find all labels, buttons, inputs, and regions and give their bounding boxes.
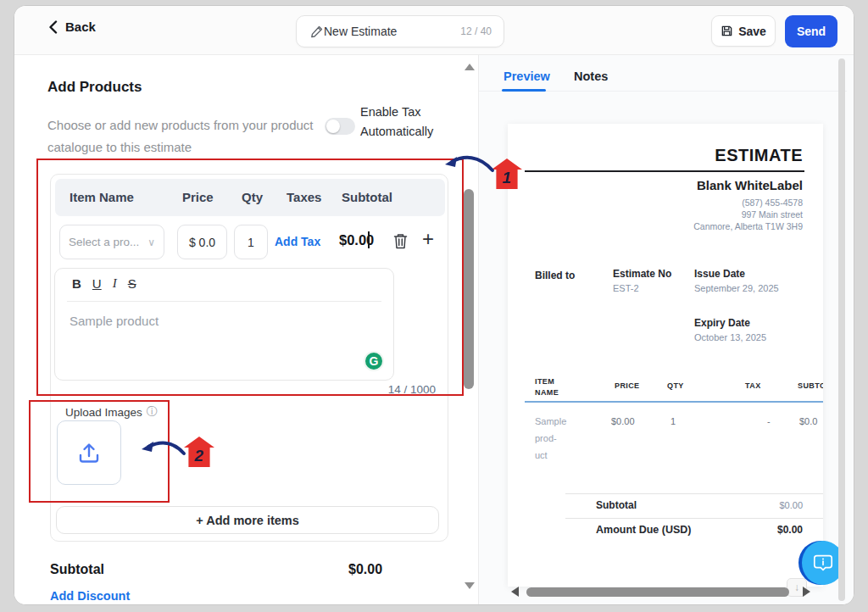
doc-item-name-line3: uct xyxy=(535,450,548,460)
tab-notes[interactable]: Notes xyxy=(574,70,608,83)
back-button[interactable]: Back xyxy=(48,19,96,34)
doc-header-rule xyxy=(525,401,823,403)
doc-subtotal-value: $0.00 xyxy=(762,500,803,510)
doc-divider xyxy=(565,518,823,519)
pencil-icon xyxy=(310,25,324,38)
expiry-date-label: Expiry Date xyxy=(694,317,750,329)
enable-tax-toggle[interactable] xyxy=(325,118,355,135)
save-icon xyxy=(721,25,733,37)
right-vertical-scrollbar[interactable] xyxy=(838,58,845,601)
issue-date-value: September 29, 2025 xyxy=(694,283,779,293)
doc-company-name: Blank WhiteLabel xyxy=(697,178,803,192)
vertical-scrollbar-thumb[interactable] xyxy=(464,189,474,389)
tab-preview[interactable]: Preview xyxy=(504,70,550,83)
doc-item-price: $0.00 xyxy=(611,416,635,426)
doc-item-subtotal: $0.0 xyxy=(799,416,817,426)
scroll-left-arrow[interactable] xyxy=(511,587,519,597)
active-tab-indicator xyxy=(502,89,546,92)
name-char-counter: 12 / 40 xyxy=(460,25,492,37)
issue-date-label: Issue Date xyxy=(694,268,745,280)
doc-item-name-line1: Sample xyxy=(535,416,566,426)
doc-col-qty: QTY xyxy=(667,381,684,390)
back-label: Back xyxy=(65,19,96,34)
doc-col-subtotal: SUBTO xyxy=(798,381,823,390)
enable-tax-label: Enable Tax Automatically xyxy=(360,103,459,142)
save-label: Save xyxy=(738,25,766,38)
estimate-no-value: EST-2 xyxy=(613,283,639,293)
estimate-name[interactable]: New Estimate xyxy=(324,25,397,38)
scroll-right-arrow[interactable] xyxy=(803,587,810,597)
doc-amount-due-value: $0.00 xyxy=(762,524,803,536)
doc-item-name-line2: prod- xyxy=(535,433,557,443)
doc-item-qty: 1 xyxy=(670,416,676,426)
preview-panel: Preview Notes ESTIMATE Blank WhiteLabel … xyxy=(479,55,854,605)
billed-to-label: Billed to xyxy=(535,270,575,281)
chat-widget-button[interactable] xyxy=(798,541,843,585)
doc-phone: (587) 455-4578 xyxy=(742,198,803,208)
doc-address-line2: Canmore, Alberta T1W 3H9 xyxy=(693,221,803,231)
save-button[interactable]: Save xyxy=(711,15,776,47)
scroll-up-arrow[interactable] xyxy=(465,64,475,70)
doc-title-rule xyxy=(525,170,804,172)
toggle-knob xyxy=(326,120,340,133)
doc-col-tax: TAX xyxy=(745,381,761,390)
subtotal-value: $0.00 xyxy=(348,562,382,577)
add-more-items-button[interactable]: + Add more items xyxy=(56,506,439,534)
annotation-arrow-1 xyxy=(443,152,496,179)
add-products-panel: Add Products Choose or add new products … xyxy=(14,55,478,605)
estimate-title-field[interactable]: New Estimate 12 / 40 xyxy=(296,15,504,47)
subtotal-label: Subtotal xyxy=(50,562,104,577)
add-discount-link[interactable]: Add Discount xyxy=(50,589,130,603)
chevron-left-icon xyxy=(48,20,58,34)
scroll-down-arrow[interactable] xyxy=(465,582,475,589)
annotation-arrow-2 xyxy=(140,438,187,462)
top-bar: Back New Estimate 12 / 40 Save Send xyxy=(14,6,854,55)
annotation-box-1 xyxy=(36,159,464,396)
app-window: Back New Estimate 12 / 40 Save Send Add … xyxy=(14,5,854,605)
doc-col-price: PRICE xyxy=(615,381,640,390)
panel-subtitle: Choose or add new products from your pro… xyxy=(47,114,329,159)
send-button[interactable]: Send xyxy=(785,15,837,47)
estimate-no-label: Estimate No xyxy=(613,268,671,280)
doc-col-item: ITEM NAME xyxy=(535,376,569,398)
doc-divider xyxy=(565,493,823,494)
doc-subtotal-label: Subtotal xyxy=(596,499,637,511)
panel-title: Add Products xyxy=(47,79,142,96)
expiry-date-value: October 13, 2025 xyxy=(694,332,766,342)
doc-amount-due-label: Amount Due (USD) xyxy=(596,524,692,536)
doc-title: ESTIMATE xyxy=(715,146,803,165)
doc-item-tax: - xyxy=(767,416,771,426)
horizontal-scrollbar-thumb[interactable] xyxy=(526,587,789,597)
estimate-preview-document: ESTIMATE Blank WhiteLabel (587) 455-4578… xyxy=(508,124,823,587)
doc-address-line1: 997 Main street xyxy=(742,209,803,220)
content-area: Add Products Choose or add new products … xyxy=(14,55,854,604)
